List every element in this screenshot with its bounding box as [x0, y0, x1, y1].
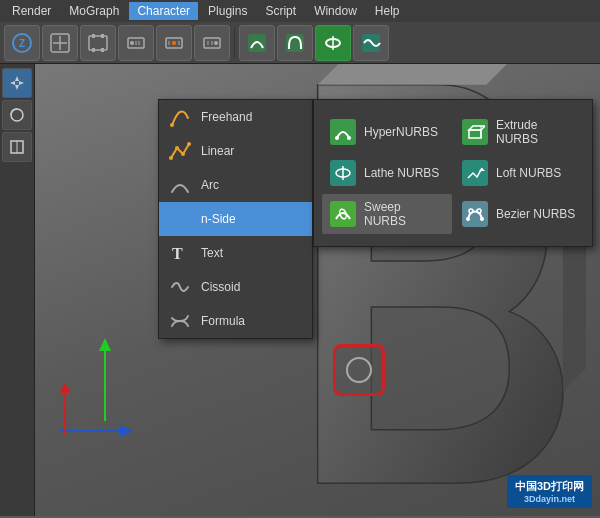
- menu-window[interactable]: Window: [306, 2, 365, 20]
- svg-point-56: [466, 217, 470, 221]
- loftnurbs-label: Loft NURBS: [496, 166, 561, 180]
- menu-help[interactable]: Help: [367, 2, 408, 20]
- z-axis-arrow: [55, 381, 75, 441]
- y-axis-arrow: [95, 336, 115, 426]
- freehand-icon: [169, 106, 191, 128]
- arc-label: Arc: [201, 178, 219, 192]
- text-icon: T: [169, 242, 191, 264]
- svg-marker-36: [10, 81, 15, 85]
- svg-point-49: [347, 136, 351, 140]
- spline-nside[interactable]: n-Side: [159, 202, 312, 236]
- menu-plugins[interactable]: Plugins: [200, 2, 255, 20]
- menu-script[interactable]: Script: [257, 2, 304, 20]
- toolbar-nurbs3-btn[interactable]: [315, 25, 351, 61]
- freehand-label: Freehand: [201, 110, 252, 124]
- tool-move[interactable]: [2, 68, 32, 98]
- nside-icon: [169, 208, 191, 230]
- svg-point-42: [169, 156, 173, 160]
- toolbar-key2-btn[interactable]: [156, 25, 192, 61]
- nurbs-extrude[interactable]: Extrude NURBS: [454, 112, 584, 152]
- svg-rect-5: [89, 36, 107, 50]
- svg-text:T: T: [172, 245, 183, 262]
- arc-icon: [169, 174, 191, 196]
- extrudenurbs-label: Extrude NURBS: [496, 118, 576, 146]
- svg-point-44: [181, 152, 185, 156]
- menu-render[interactable]: Render: [4, 2, 59, 20]
- hypernurbs-label: HyperNURBS: [364, 125, 438, 139]
- svg-marker-54: [479, 168, 485, 171]
- svg-point-41: [170, 123, 174, 127]
- toolbar-key1-btn[interactable]: [118, 25, 154, 61]
- toolbar-nurbs4-btn[interactable]: [353, 25, 389, 61]
- nurbs-loft[interactable]: Loft NURBS: [454, 154, 584, 192]
- svg-text:Z: Z: [19, 38, 25, 49]
- hypernurbs-icon: [330, 119, 356, 145]
- spline-freehand[interactable]: Freehand: [159, 100, 312, 134]
- beziernurbs-label: Bezier NURBS: [496, 207, 575, 221]
- menubar: Render MoGraph Character Plugins Script …: [0, 0, 600, 22]
- svg-marker-46: [173, 211, 187, 227]
- spline-dropdown-menu: Freehand Linear Arc n-Side T Text: [158, 99, 313, 339]
- svg-marker-37: [19, 81, 24, 85]
- nurbs-grid: HyperNURBS Extrude NURBS Lathe NURBS: [314, 108, 592, 238]
- cissoid-icon: [169, 276, 191, 298]
- circle-selection-indicator: [333, 344, 385, 396]
- sweepnurbs-icon: [330, 201, 356, 227]
- toolbar-film-btn[interactable]: [80, 25, 116, 61]
- loftnurbs-icon: [462, 160, 488, 186]
- toolbar-z-btn[interactable]: Z: [4, 25, 40, 61]
- left-tool-strip: [0, 64, 35, 516]
- menu-character[interactable]: Character: [129, 2, 198, 20]
- linear-icon: [169, 140, 191, 162]
- svg-point-19: [214, 41, 218, 45]
- watermark-line1: 中国3D打印网: [515, 479, 584, 494]
- svg-point-15: [172, 41, 176, 45]
- toolbar-key3-btn[interactable]: [194, 25, 230, 61]
- svg-point-58: [469, 209, 473, 213]
- spline-linear[interactable]: Linear: [159, 134, 312, 168]
- linear-label: Linear: [201, 144, 234, 158]
- svg-marker-33: [59, 383, 71, 393]
- menu-mograph[interactable]: MoGraph: [61, 2, 127, 20]
- svg-point-11: [130, 41, 134, 45]
- svg-rect-50: [469, 130, 481, 138]
- watermark: 中国3D打印网 3Ddayin.net: [507, 475, 592, 508]
- text-label: Text: [201, 246, 223, 260]
- svg-marker-34: [15, 76, 19, 81]
- svg-point-43: [175, 146, 179, 150]
- toolbar-nurbs2-btn[interactable]: [277, 25, 313, 61]
- circle-shape: [346, 357, 372, 383]
- svg-marker-29: [99, 338, 111, 351]
- lathenurbs-icon: [330, 160, 356, 186]
- sweepnurbs-label: Sweep NURBS: [364, 200, 444, 228]
- nurbs-lathe[interactable]: Lathe NURBS: [322, 154, 452, 192]
- svg-point-59: [477, 209, 481, 213]
- toolbar-separator: [234, 28, 235, 58]
- svg-marker-35: [15, 85, 19, 90]
- spline-cissoid[interactable]: Cissoid: [159, 270, 312, 304]
- toolbar-nurbs1-btn[interactable]: [239, 25, 275, 61]
- tool-scale[interactable]: [2, 132, 32, 162]
- svg-rect-7: [101, 34, 104, 38]
- spline-text[interactable]: T Text: [159, 236, 312, 270]
- spline-formula[interactable]: Formula: [159, 304, 312, 338]
- main-toolbar: Z: [0, 22, 600, 64]
- spline-arc[interactable]: Arc: [159, 168, 312, 202]
- svg-rect-9: [101, 48, 104, 52]
- cissoid-label: Cissoid: [201, 280, 240, 294]
- main-area: Freehand Linear Arc n-Side T Text: [0, 64, 600, 516]
- tool-rotate[interactable]: [2, 100, 32, 130]
- formula-icon: [169, 310, 191, 332]
- lathenurbs-label: Lathe NURBS: [364, 166, 439, 180]
- nurbs-hyper[interactable]: HyperNURBS: [322, 112, 452, 152]
- extrudenurbs-icon: [462, 119, 488, 145]
- svg-rect-6: [92, 34, 95, 38]
- watermark-line2: 3Ddayin.net: [515, 494, 584, 504]
- formula-label: Formula: [201, 314, 245, 328]
- svg-rect-8: [92, 48, 95, 52]
- toolbar-move-btn[interactable]: [42, 25, 78, 61]
- nurbs-sweep[interactable]: Sweep NURBS: [322, 194, 452, 234]
- svg-point-45: [187, 142, 191, 146]
- svg-marker-31: [120, 425, 133, 437]
- nurbs-bezier[interactable]: Bezier NURBS: [454, 194, 584, 234]
